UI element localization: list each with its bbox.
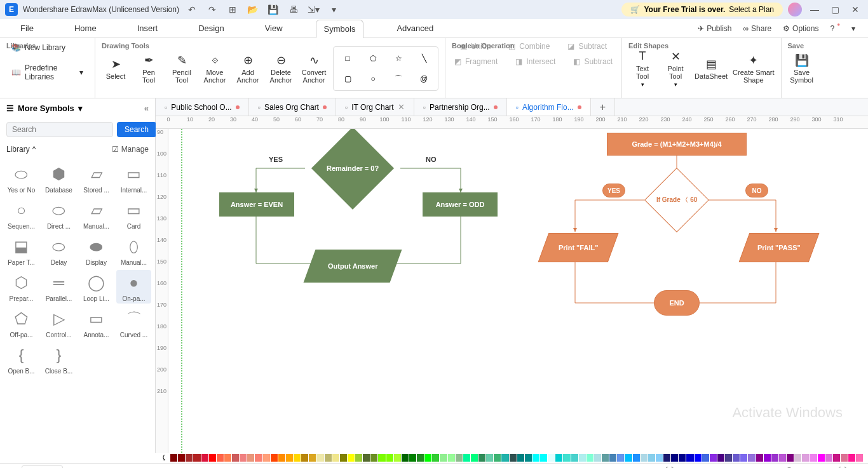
doc-tab[interactable]: ▫Sales Org Chart	[249, 98, 336, 116]
search-input[interactable]	[6, 122, 113, 137]
color-swatch[interactable]	[409, 454, 416, 462]
collapse-ribbon-icon[interactable]: ▾	[851, 24, 855, 33]
shape-prepar[interactable]: ⬡Prepar...	[4, 270, 39, 304]
save-icon[interactable]: 💾	[266, 2, 281, 17]
orange-pass[interactable]: Print "PASS"	[739, 233, 820, 262]
shape-manual[interactable]: ⬯Manual...	[116, 234, 151, 267]
shape-star[interactable]: ☆	[387, 50, 410, 67]
green-decision[interactable]: Remainder = 0?	[311, 129, 394, 210]
color-swatch[interactable]	[340, 454, 347, 462]
shape-yesorno[interactable]: ⬭Yes or No	[4, 161, 39, 195]
add-anchor-tool[interactable]: ⊕Add Anchor	[234, 53, 262, 84]
color-swatch[interactable]	[186, 454, 193, 462]
shape-stored[interactable]: ▱Stored ...	[79, 161, 114, 195]
dropper-icon[interactable]: ⤹	[161, 453, 167, 462]
orange-grade[interactable]: Grade = (M1+M2+M3+M4)/4	[607, 133, 747, 156]
shape-pentagon[interactable]: ⬠	[362, 50, 384, 67]
shape-sequen[interactable]: ○Sequen...	[4, 197, 39, 231]
page-selector[interactable]: Page-1▾	[22, 465, 63, 468]
color-swatch[interactable]	[193, 454, 200, 462]
shape-display[interactable]: ⬬Display	[79, 234, 114, 267]
open-icon[interactable]: 📂	[245, 2, 261, 17]
shape-parallel[interactable]: ═Parallel...	[41, 270, 76, 304]
color-swatch[interactable]	[240, 454, 247, 462]
shape-manual[interactable]: ▱Manual...	[79, 197, 114, 231]
menu-home[interactable]: Home	[67, 20, 104, 37]
color-swatch[interactable]	[378, 454, 385, 462]
menu-advanced[interactable]: Advanced	[389, 20, 441, 37]
color-swatch[interactable]	[394, 454, 401, 462]
color-swatch[interactable]	[501, 454, 508, 462]
shape-spiral[interactable]: @	[412, 70, 435, 88]
shape-delay[interactable]: ⬭Delay	[41, 234, 76, 267]
color-swatch[interactable]	[587, 454, 593, 462]
close-tab-icon[interactable]: ✕	[398, 102, 405, 112]
point-tool[interactable]: ✕Point Tool▾	[661, 50, 689, 88]
color-swatch[interactable]	[856, 454, 863, 462]
more-icon[interactable]: ▾	[327, 2, 342, 17]
shape-curved[interactable]: ⌒Curved ...	[116, 306, 151, 340]
menu-insert[interactable]: Insert	[130, 20, 166, 37]
color-swatch[interactable]	[833, 454, 840, 462]
delete-anchor-tool[interactable]: ⊖Delete Anchor	[267, 53, 295, 84]
color-swatch[interactable]	[641, 454, 648, 462]
shape-square[interactable]: □	[336, 50, 359, 67]
chevron-up-icon[interactable]: ^	[32, 145, 36, 154]
color-swatch[interactable]	[402, 454, 409, 462]
undo-icon[interactable]: ↶	[184, 2, 200, 17]
color-swatch[interactable]	[348, 454, 355, 462]
avatar[interactable]	[788, 3, 802, 17]
color-swatch[interactable]	[648, 454, 655, 462]
orange-decision[interactable]: If Grade 〈 60	[644, 168, 709, 232]
color-swatch[interactable]	[247, 454, 254, 462]
color-swatch[interactable]	[325, 454, 332, 462]
color-swatch[interactable]	[717, 454, 724, 462]
doc-tab[interactable]: ▫IT Org Chart✕	[336, 98, 414, 116]
color-swatch[interactable]	[794, 454, 801, 462]
color-swatch[interactable]	[571, 454, 578, 462]
options-button[interactable]: ⚙Options	[783, 24, 818, 33]
shape-internal[interactable]: ▭Internal...	[116, 161, 151, 195]
color-swatch[interactable]	[740, 454, 747, 462]
intersect-button[interactable]: ◨Intersect	[513, 56, 558, 67]
shape-onpa[interactable]: ●On-pa...	[116, 270, 151, 304]
color-swatch[interactable]	[209, 454, 216, 462]
color-swatch[interactable]	[370, 454, 377, 462]
more-symbols-label[interactable]: More Symbols	[18, 104, 74, 113]
menu-symbols[interactable]: Symbols	[316, 20, 364, 38]
doc-tab[interactable]: ▫Algorithm Flo...	[507, 98, 591, 116]
color-swatch[interactable]	[232, 454, 239, 462]
shape-openb[interactable]: {Open B...	[4, 342, 39, 376]
color-swatch[interactable]	[316, 454, 323, 462]
color-swatch[interactable]	[301, 454, 308, 462]
orange-end[interactable]: END	[654, 290, 700, 316]
window-maximize-icon[interactable]: ▢	[827, 2, 843, 17]
move-anchor-tool[interactable]: ⟐Move Anchor	[201, 53, 229, 84]
collapse-panel-icon[interactable]: «	[144, 104, 149, 113]
shape-line[interactable]: ╲	[412, 50, 435, 67]
color-swatch[interactable]	[725, 454, 732, 462]
color-swatch[interactable]	[756, 454, 763, 462]
green-output[interactable]: Output Answer	[304, 250, 402, 283]
shape-loopli[interactable]: ◯Loop Li...	[79, 270, 114, 304]
color-swatch[interactable]	[779, 454, 786, 462]
color-swatch[interactable]	[602, 454, 609, 462]
shape-circle[interactable]: ○	[362, 70, 384, 88]
color-swatch[interactable]	[440, 454, 447, 462]
save-symbol-tool[interactable]: 💾Save Symbol	[788, 53, 816, 84]
select-tool[interactable]: ➤Select	[102, 57, 130, 80]
print-icon[interactable]: 🖶	[286, 2, 301, 17]
menu-design[interactable]: Design	[191, 20, 231, 37]
color-swatch[interactable]	[294, 454, 301, 462]
color-swatch[interactable]	[841, 454, 848, 462]
export-icon[interactable]: ⇲▾	[306, 2, 322, 17]
color-swatch[interactable]	[609, 454, 616, 462]
canvas[interactable]: YES NO Remainder = 0? Answer = EVEN Answ…	[168, 129, 868, 453]
publish-button[interactable]: ✈Publish	[698, 24, 731, 33]
window-minimize-icon[interactable]: —	[807, 2, 822, 17]
pen-tool[interactable]: ✒Pen Tool	[135, 53, 163, 84]
shape-papert[interactable]: ⬓Paper T...	[4, 234, 39, 267]
color-swatch[interactable]	[424, 454, 431, 462]
color-swatch[interactable]	[686, 454, 693, 462]
color-swatch[interactable]	[255, 454, 262, 462]
